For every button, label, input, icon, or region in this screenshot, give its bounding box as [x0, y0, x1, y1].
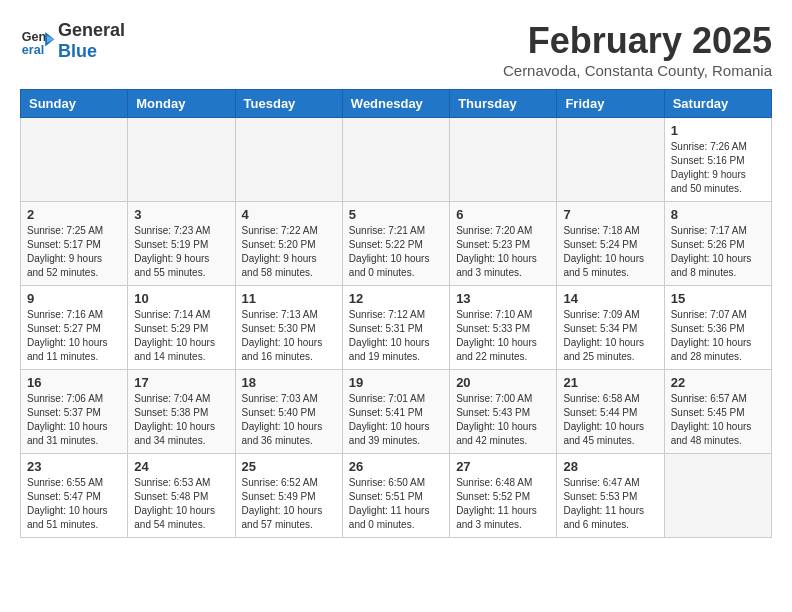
logo-text-general: General [58, 20, 125, 41]
table-row: 19Sunrise: 7:01 AM Sunset: 5:41 PM Dayli… [342, 370, 449, 454]
day-number: 27 [456, 459, 550, 474]
table-row: 15Sunrise: 7:07 AM Sunset: 5:36 PM Dayli… [664, 286, 771, 370]
logo-icon: Gen eral [20, 23, 56, 59]
day-info: Sunrise: 7:12 AM Sunset: 5:31 PM Dayligh… [349, 308, 443, 364]
day-info: Sunrise: 6:52 AM Sunset: 5:49 PM Dayligh… [242, 476, 336, 532]
table-row [450, 118, 557, 202]
table-row: 5Sunrise: 7:21 AM Sunset: 5:22 PM Daylig… [342, 202, 449, 286]
day-number: 23 [27, 459, 121, 474]
table-row [128, 118, 235, 202]
table-row: 24Sunrise: 6:53 AM Sunset: 5:48 PM Dayli… [128, 454, 235, 538]
day-info: Sunrise: 7:17 AM Sunset: 5:26 PM Dayligh… [671, 224, 765, 280]
day-info: Sunrise: 7:09 AM Sunset: 5:34 PM Dayligh… [563, 308, 657, 364]
table-row: 3Sunrise: 7:23 AM Sunset: 5:19 PM Daylig… [128, 202, 235, 286]
table-row: 6Sunrise: 7:20 AM Sunset: 5:23 PM Daylig… [450, 202, 557, 286]
table-row: 25Sunrise: 6:52 AM Sunset: 5:49 PM Dayli… [235, 454, 342, 538]
day-number: 10 [134, 291, 228, 306]
day-number: 1 [671, 123, 765, 138]
table-row: 13Sunrise: 7:10 AM Sunset: 5:33 PM Dayli… [450, 286, 557, 370]
table-row: 8Sunrise: 7:17 AM Sunset: 5:26 PM Daylig… [664, 202, 771, 286]
table-row: 21Sunrise: 6:58 AM Sunset: 5:44 PM Dayli… [557, 370, 664, 454]
day-info: Sunrise: 7:23 AM Sunset: 5:19 PM Dayligh… [134, 224, 228, 280]
table-row: 18Sunrise: 7:03 AM Sunset: 5:40 PM Dayli… [235, 370, 342, 454]
table-row: 11Sunrise: 7:13 AM Sunset: 5:30 PM Dayli… [235, 286, 342, 370]
table-row: 20Sunrise: 7:00 AM Sunset: 5:43 PM Dayli… [450, 370, 557, 454]
day-number: 7 [563, 207, 657, 222]
table-row: 23Sunrise: 6:55 AM Sunset: 5:47 PM Dayli… [21, 454, 128, 538]
day-number: 8 [671, 207, 765, 222]
day-number: 17 [134, 375, 228, 390]
day-number: 3 [134, 207, 228, 222]
title-section: February 2025 Cernavoda, Constanta Count… [503, 20, 772, 79]
table-row: 17Sunrise: 7:04 AM Sunset: 5:38 PM Dayli… [128, 370, 235, 454]
table-row [664, 454, 771, 538]
day-info: Sunrise: 6:47 AM Sunset: 5:53 PM Dayligh… [563, 476, 657, 532]
table-row: 12Sunrise: 7:12 AM Sunset: 5:31 PM Dayli… [342, 286, 449, 370]
day-info: Sunrise: 7:18 AM Sunset: 5:24 PM Dayligh… [563, 224, 657, 280]
day-info: Sunrise: 7:14 AM Sunset: 5:29 PM Dayligh… [134, 308, 228, 364]
day-number: 18 [242, 375, 336, 390]
day-number: 2 [27, 207, 121, 222]
table-row [21, 118, 128, 202]
calendar-header-row: Sunday Monday Tuesday Wednesday Thursday… [21, 90, 772, 118]
table-row [235, 118, 342, 202]
calendar-table: Sunday Monday Tuesday Wednesday Thursday… [20, 89, 772, 538]
calendar-week-row: 23Sunrise: 6:55 AM Sunset: 5:47 PM Dayli… [21, 454, 772, 538]
day-number: 9 [27, 291, 121, 306]
table-row: 10Sunrise: 7:14 AM Sunset: 5:29 PM Dayli… [128, 286, 235, 370]
calendar-week-row: 1Sunrise: 7:26 AM Sunset: 5:16 PM Daylig… [21, 118, 772, 202]
day-info: Sunrise: 7:20 AM Sunset: 5:23 PM Dayligh… [456, 224, 550, 280]
logo-text-blue: Blue [58, 41, 125, 62]
day-info: Sunrise: 6:48 AM Sunset: 5:52 PM Dayligh… [456, 476, 550, 532]
calendar-week-row: 9Sunrise: 7:16 AM Sunset: 5:27 PM Daylig… [21, 286, 772, 370]
day-number: 20 [456, 375, 550, 390]
col-friday: Friday [557, 90, 664, 118]
day-info: Sunrise: 7:22 AM Sunset: 5:20 PM Dayligh… [242, 224, 336, 280]
svg-text:eral: eral [22, 43, 44, 57]
table-row: 9Sunrise: 7:16 AM Sunset: 5:27 PM Daylig… [21, 286, 128, 370]
day-number: 6 [456, 207, 550, 222]
day-number: 12 [349, 291, 443, 306]
table-row [342, 118, 449, 202]
day-number: 21 [563, 375, 657, 390]
table-row: 1Sunrise: 7:26 AM Sunset: 5:16 PM Daylig… [664, 118, 771, 202]
day-number: 22 [671, 375, 765, 390]
col-saturday: Saturday [664, 90, 771, 118]
day-info: Sunrise: 7:13 AM Sunset: 5:30 PM Dayligh… [242, 308, 336, 364]
day-info: Sunrise: 7:10 AM Sunset: 5:33 PM Dayligh… [456, 308, 550, 364]
table-row: 4Sunrise: 7:22 AM Sunset: 5:20 PM Daylig… [235, 202, 342, 286]
table-row [557, 118, 664, 202]
col-thursday: Thursday [450, 90, 557, 118]
day-info: Sunrise: 7:25 AM Sunset: 5:17 PM Dayligh… [27, 224, 121, 280]
day-info: Sunrise: 6:55 AM Sunset: 5:47 PM Dayligh… [27, 476, 121, 532]
day-info: Sunrise: 7:21 AM Sunset: 5:22 PM Dayligh… [349, 224, 443, 280]
day-info: Sunrise: 7:03 AM Sunset: 5:40 PM Dayligh… [242, 392, 336, 448]
day-info: Sunrise: 7:01 AM Sunset: 5:41 PM Dayligh… [349, 392, 443, 448]
day-info: Sunrise: 7:04 AM Sunset: 5:38 PM Dayligh… [134, 392, 228, 448]
day-number: 15 [671, 291, 765, 306]
day-info: Sunrise: 7:16 AM Sunset: 5:27 PM Dayligh… [27, 308, 121, 364]
col-tuesday: Tuesday [235, 90, 342, 118]
day-info: Sunrise: 7:00 AM Sunset: 5:43 PM Dayligh… [456, 392, 550, 448]
day-number: 4 [242, 207, 336, 222]
day-number: 26 [349, 459, 443, 474]
table-row: 7Sunrise: 7:18 AM Sunset: 5:24 PM Daylig… [557, 202, 664, 286]
day-number: 19 [349, 375, 443, 390]
day-number: 11 [242, 291, 336, 306]
day-info: Sunrise: 6:57 AM Sunset: 5:45 PM Dayligh… [671, 392, 765, 448]
calendar-title: February 2025 [503, 20, 772, 62]
day-info: Sunrise: 6:58 AM Sunset: 5:44 PM Dayligh… [563, 392, 657, 448]
day-info: Sunrise: 6:53 AM Sunset: 5:48 PM Dayligh… [134, 476, 228, 532]
day-number: 14 [563, 291, 657, 306]
table-row: 27Sunrise: 6:48 AM Sunset: 5:52 PM Dayli… [450, 454, 557, 538]
table-row: 26Sunrise: 6:50 AM Sunset: 5:51 PM Dayli… [342, 454, 449, 538]
header: Gen eral General Blue February 2025 Cern… [20, 20, 772, 79]
col-monday: Monday [128, 90, 235, 118]
table-row: 14Sunrise: 7:09 AM Sunset: 5:34 PM Dayli… [557, 286, 664, 370]
day-number: 5 [349, 207, 443, 222]
table-row: 16Sunrise: 7:06 AM Sunset: 5:37 PM Dayli… [21, 370, 128, 454]
table-row: 22Sunrise: 6:57 AM Sunset: 5:45 PM Dayli… [664, 370, 771, 454]
col-sunday: Sunday [21, 90, 128, 118]
table-row: 2Sunrise: 7:25 AM Sunset: 5:17 PM Daylig… [21, 202, 128, 286]
day-info: Sunrise: 7:26 AM Sunset: 5:16 PM Dayligh… [671, 140, 765, 196]
